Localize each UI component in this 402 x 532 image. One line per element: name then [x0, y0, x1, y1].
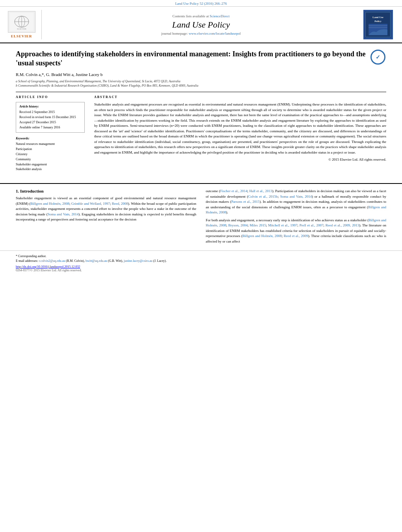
doi-line: http://dx.doi.org/10.1016/j.landusepol.2…: [16, 265, 386, 269]
ref-parsons-2015[interactable]: Parsons et al., 2015: [231, 200, 260, 204]
ref-soma-vatn-2014[interactable]: Soma and Vatn, 2014: [48, 212, 78, 216]
journal-header: ELSEVIER ELSEVIER Contents lists availab…: [0, 7, 402, 43]
history-label: Article history:: [19, 105, 81, 108]
homepage-link[interactable]: www.elsevier.com/locate/landusepol: [189, 32, 241, 35]
abstract-col: ABSTRACT Stakeholder analysis and engage…: [94, 95, 386, 172]
corresponding-author-note: * Corresponding author.: [16, 254, 386, 259]
keyword-4: Community: [16, 157, 85, 162]
crossmark-logo[interactable]: ✓: [370, 50, 386, 65]
header-center: Contents lists available at ScienceDirec…: [47, 10, 355, 39]
keyword-1: Natural resources management: [16, 142, 85, 147]
keyword-3: Citizenry: [16, 152, 85, 157]
keywords-label: Keywords:: [16, 137, 85, 140]
footer-section: * Corresponding author. E-mail addresses…: [0, 250, 402, 275]
ref-bryson-2004[interactable]: Bryson, 2004: [228, 223, 248, 227]
crossmark-icon: ✓: [370, 50, 385, 65]
main-content: Approaches to identifying stakeholders i…: [0, 43, 402, 178]
authors: R.M. Colvin a,*, G. Bradd Witt a, Justin…: [16, 72, 367, 77]
elsevier-logo-image: ELSEVIER: [8, 11, 35, 33]
ref-billgren-2008d[interactable]: Billgren and Holmén, 2008: [242, 234, 282, 238]
ref-mitchell-1997[interactable]: Mitchell et al., 1997: [268, 223, 297, 227]
ref-reed-2008[interactable]: Reed, 2008: [112, 202, 128, 206]
contents-line: Contents lists available at ScienceDirec…: [173, 14, 230, 18]
article-title-section: Approaches to identifying stakeholders i…: [16, 50, 386, 88]
svg-text:ELSEVIER: ELSEVIER: [17, 28, 26, 30]
ref-soma-vatn-2014b[interactable]: Soma and Vatn, 2014: [280, 195, 312, 198]
article-info-heading: ARTICLE INFO: [16, 95, 85, 99]
svg-text:Land Use: Land Use: [372, 16, 383, 19]
homepage-line: journal homepage: www.elsevier.com/locat…: [161, 32, 240, 35]
section-divider: [0, 183, 402, 184]
ref-miles-2015[interactable]: Miles 2015: [250, 223, 266, 227]
info-abstract-section: ARTICLE INFO Article history: Received 2…: [16, 92, 386, 172]
introduction-section: 1. Introduction Stakeholder engagement i…: [0, 189, 402, 247]
intro-right-text: outcome (Fischer et al., 2014; Hall et a…: [206, 189, 386, 244]
ref-billgren-2008[interactable]: Billgren and Holmén, 2008: [30, 202, 69, 206]
ref-reed-2009b[interactable]: Reed et al., 2009: [284, 234, 308, 238]
ref-colvin-2015b[interactable]: Colvin et al., 2015b: [248, 195, 278, 198]
ref-prell-2007[interactable]: Prell et al., 2007: [300, 223, 324, 227]
svg-text:Policy: Policy: [374, 20, 382, 22]
elsevier-label: ELSEVIER: [11, 34, 32, 38]
ref-fischer-2014[interactable]: Fischer et al., 2014: [220, 189, 247, 193]
received-revised: Received in revised form 15 December 201…: [19, 115, 81, 120]
keyword-2: Participation: [16, 147, 85, 152]
ref-hall-2013[interactable]: Hall et al., 2013: [249, 189, 272, 193]
elsevier-logo: ELSEVIER ELSEVIER: [6, 10, 42, 39]
ref-grimble-1997[interactable]: Grimble and Wellard, 1997: [71, 202, 110, 206]
email-lacey-link[interactable]: justine.lacey@csiro.au: [124, 259, 153, 263]
email-witt-link[interactable]: bwitt@uq.edu.au: [86, 259, 107, 263]
intro-right-col: outcome (Fischer et al., 2014; Hall et a…: [206, 189, 386, 247]
article-history-block: Article history: Received 2 September 20…: [16, 102, 85, 133]
journal-logo-box: Land Use Policy: [363, 10, 393, 39]
intro-left-col: 1. Introduction Stakeholder engagement i…: [16, 189, 196, 247]
article-title: Approaches to identifying stakeholders i…: [16, 50, 367, 68]
article-title-text: Approaches to identifying stakeholders i…: [16, 50, 367, 88]
article-info-col: ARTICLE INFO Article history: Received 2…: [16, 95, 85, 172]
keywords-block: Keywords: Natural resources management P…: [16, 137, 85, 172]
abstract-text: Stakeholder analysis and engagement proc…: [94, 102, 386, 155]
intro-left-text: Stakeholder engagement is viewed as an e…: [16, 196, 196, 222]
received-date: Received 2 September 2015: [19, 110, 81, 115]
email-colvin-link[interactable]: r.colvin2@uq.edu.au: [39, 259, 65, 263]
keyword-5: Stakeholder engagement: [16, 162, 85, 167]
keyword-6: Stakeholder analysis: [16, 167, 85, 172]
doi-bar: Land Use Policy 52 (2016) 266–276: [0, 0, 402, 7]
sciencedirect-link[interactable]: ScienceDirect: [210, 14, 229, 18]
doi-text: Land Use Policy 52 (2016) 266–276: [175, 2, 227, 6]
intro-title: 1. Introduction: [16, 189, 196, 193]
accepted-date: Accepted 27 December 2015: [19, 120, 81, 125]
ref-billgren-2008b[interactable]: Billgren and Holmén, 2008: [206, 205, 386, 215]
available-date: Available online 7 January 2016: [19, 125, 81, 130]
doi-link[interactable]: http://dx.doi.org/10.1016/j.landusepol.2…: [16, 265, 80, 269]
copyright-line: © 2015 Elsevier Ltd. All rights reserved…: [94, 158, 386, 161]
abstract-heading: ABSTRACT: [94, 95, 386, 99]
issn-line: 0264-8377/© 2015 Elsevier Ltd. All right…: [16, 269, 386, 272]
journal-logo: Land Use Policy: [360, 10, 396, 39]
affiliations: a School of Geography, Planning, and Env…: [16, 79, 367, 88]
email-note: E-mail addresses: r.colvin2@uq.edu.au (R…: [16, 259, 386, 263]
journal-title: Land Use Policy: [172, 20, 230, 30]
ref-reed-2009[interactable]: Reed et al., 2009, 2013: [326, 223, 359, 227]
